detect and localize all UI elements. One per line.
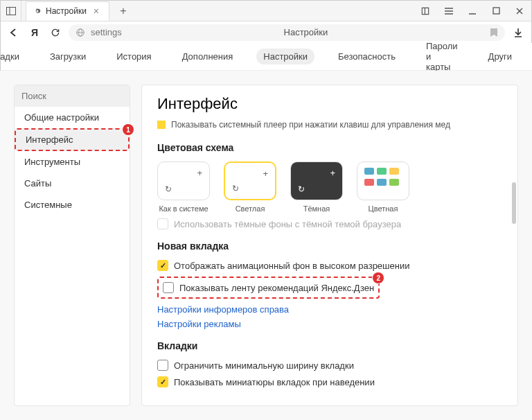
checkbox[interactable] [157, 360, 168, 371]
truncated-option-row: Показывать системный плеер при нажатии к… [157, 120, 502, 130]
svg-rect-6 [493, 8, 499, 14]
sidebar-item-label: Интерфейс [26, 134, 73, 145]
browser-tab[interactable]: Настройки × [26, 1, 109, 21]
reload-button[interactable] [48, 25, 63, 40]
theme-label: Как в системе [159, 204, 208, 213]
sidebar-item-general[interactable]: Общие настройки [15, 107, 130, 128]
checkbox[interactable] [163, 282, 174, 293]
truncated-option-label: Показывать системный плеер при нажатии к… [171, 120, 450, 130]
new-tab-button[interactable]: + [115, 3, 132, 19]
theme-label: Светлая [236, 204, 265, 213]
option-label: Отображать анимационный фон в высоком ра… [174, 261, 409, 271]
section-color-scheme: Цветовая схема [157, 142, 502, 153]
dark-bg-option-row: Использовать тёмные фоны с тёмной темой … [157, 218, 502, 229]
annotation-badge-1: 1 [123, 124, 134, 135]
section-tabs: Вкладки [157, 340, 502, 351]
theme-label: Цветная [369, 204, 398, 213]
theme-label: Тёмная [303, 204, 330, 213]
sidebar-item-sites[interactable]: Сайты [15, 173, 130, 194]
yandex-button[interactable]: Я [27, 25, 42, 40]
nav-bookmarks[interactable]: Закладки [0, 49, 26, 64]
tab-close-button[interactable]: × [91, 6, 102, 17]
nav-passwords[interactable]: Пароли и карты [419, 38, 465, 75]
scrollbar-thumb[interactable] [512, 182, 516, 224]
svg-rect-0 [6, 7, 15, 15]
gear-icon [33, 7, 42, 15]
page-title: Настройки [127, 27, 484, 37]
settings-sidebar: Общие настройки Интерфейс 1 Инструменты … [14, 85, 130, 406]
window-controls [414, 1, 531, 21]
nav-security[interactable]: Безопасность [331, 49, 402, 64]
option-label: Показывать ленту рекомендаций Яндекс.Дзе… [179, 283, 374, 293]
min-width-option-row[interactable]: Ограничить минимальную ширину вкладки [157, 360, 502, 371]
option-label: Показывать миниатюры вкладок при наведен… [174, 377, 375, 387]
settings-nav: Закладки Загрузки История Дополнения Нас… [1, 43, 532, 71]
menu-button[interactable] [437, 1, 461, 21]
checkbox[interactable] [157, 260, 168, 271]
theme-color[interactable]: Цветная [357, 161, 409, 213]
panel-icon [6, 7, 16, 15]
theme-system[interactable]: +↻ Как в системе [157, 161, 210, 213]
thumbnails-option-row[interactable]: Показывать миниатюры вкладок при наведен… [157, 376, 502, 387]
checkbox-checked-icon[interactable] [157, 121, 166, 129]
anim-bg-option-row[interactable]: Отображать анимационный фон в высоком ра… [157, 260, 502, 271]
sidebar-search-input[interactable] [15, 85, 130, 107]
option-label: Использовать тёмные фоны с тёмной темой … [174, 219, 401, 229]
nav-other[interactable]: Други [481, 49, 519, 64]
settings-panel: Интерфейс Показывать системный плеер при… [141, 85, 518, 406]
titlebar: Настройки × + [1, 1, 531, 21]
main-area: Общие настройки Интерфейс 1 Инструменты … [0, 71, 532, 420]
nav-settings[interactable]: Настройки [256, 49, 314, 64]
url-text: settings [91, 27, 122, 37]
theme-picker: +↻ Как в системе +↻ Светлая +↻ Тёмная [157, 161, 502, 213]
ads-link[interactable]: Настройки рекламы [157, 319, 502, 329]
section-new-tab: Новая вкладка [157, 240, 502, 252]
theme-dark[interactable]: +↻ Тёмная [290, 161, 343, 213]
nav-downloads[interactable]: Загрузки [43, 49, 93, 64]
bookmark-icon[interactable] [490, 28, 498, 37]
sidebar-item-system[interactable]: Системные [15, 194, 130, 216]
checkbox[interactable] [157, 376, 168, 387]
theme-light[interactable]: +↻ Светлая [224, 161, 276, 213]
sidebar-item-interface[interactable]: Интерфейс 1 [15, 128, 130, 151]
reader-mode-button[interactable] [414, 1, 437, 21]
zen-feed-option-row[interactable]: Показывать ленту рекомендаций Яндекс.Дзе… [157, 277, 380, 299]
svg-text:Я: Я [31, 27, 38, 38]
sidebar-item-tools[interactable]: Инструменты [15, 151, 130, 173]
globe-icon [76, 28, 85, 37]
tab-title: Настройки [46, 6, 87, 16]
nav-history[interactable]: История [109, 49, 158, 64]
nav-addons[interactable]: Дополнения [175, 49, 240, 64]
informers-link[interactable]: Настройки информеров справа [157, 304, 502, 315]
minimize-button[interactable] [461, 1, 484, 21]
maximize-button[interactable] [484, 1, 508, 21]
checkbox [157, 218, 168, 229]
back-button[interactable] [6, 25, 21, 40]
page-heading: Интерфейс [157, 95, 502, 113]
panel-toggle[interactable] [1, 1, 21, 21]
option-label: Ограничить минимальную ширину вкладки [174, 360, 354, 371]
downloads-button[interactable] [511, 25, 526, 40]
annotation-badge-2: 2 [373, 272, 384, 283]
close-button[interactable] [508, 1, 531, 21]
